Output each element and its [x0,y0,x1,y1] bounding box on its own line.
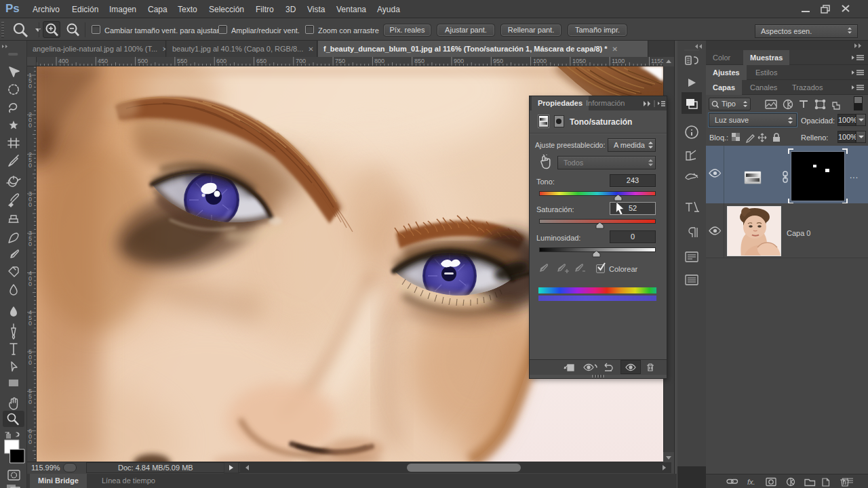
svg-text:0: 0 [28,281,32,287]
svg-text:1150: 1150 [651,58,664,64]
svg-text:1050: 1050 [572,58,586,64]
svg-text:0: 0 [28,320,32,327]
svg-text:0: 0 [28,201,32,208]
svg-text:700: 700 [296,58,306,64]
svg-text:0: 0 [28,359,32,366]
svg-text:0: 0 [28,83,32,89]
svg-text:600: 600 [216,58,226,64]
svg-text:0: 0 [28,162,32,169]
svg-text:800: 800 [374,58,384,64]
svg-text:0: 0 [28,439,32,445]
svg-text:750: 750 [335,58,345,64]
svg-text:900: 900 [454,58,464,64]
svg-text:500: 500 [138,58,148,64]
svg-text:400: 400 [58,58,68,64]
svg-text:1000: 1000 [533,58,547,64]
svg-text:0: 0 [28,399,32,405]
svg-text:1100: 1100 [612,58,625,64]
svg-text:0: 0 [28,241,32,247]
svg-text:950: 950 [493,58,503,64]
svg-text:450: 450 [98,58,108,64]
svg-text:850: 850 [414,58,425,64]
svg-text:650: 650 [256,58,267,64]
svg-text:fx.: fx. [747,478,755,486]
svg-text:0: 0 [28,122,32,129]
svg-text:550: 550 [177,58,187,64]
